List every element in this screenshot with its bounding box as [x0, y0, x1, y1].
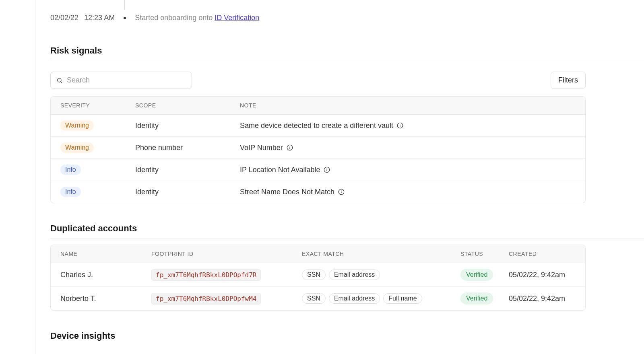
dup-match-cell: SSN Email address Full name	[302, 293, 460, 304]
filters-button[interactable]: Filters	[551, 72, 586, 89]
risk-row[interactable]: Warning Phone number VoIP Number	[51, 137, 585, 159]
risk-signals-title: Risk signals	[50, 45, 644, 56]
dup-name: Charles J.	[60, 271, 151, 279]
col-status: STATUS	[460, 251, 509, 257]
status-badge: Verified	[460, 269, 493, 281]
search-input-wrap[interactable]	[50, 72, 192, 89]
dup-created: 05/02/22, 9:42am	[509, 271, 576, 279]
col-name: NAME	[60, 251, 151, 257]
col-fp: FOOTPRINT ID	[151, 251, 302, 257]
info-icon[interactable]	[286, 144, 293, 151]
timeline-date: 02/02/22	[50, 14, 78, 22]
timeline-entry: 02/02/22 12:23 AM Started onboarding ont…	[50, 14, 644, 22]
dup-table-header: NAME FOOTPRINT ID EXACT MATCH STATUS CRE…	[51, 245, 585, 263]
risk-row[interactable]: Warning Identity Same device detected to…	[51, 115, 585, 137]
status-badge: Verified	[460, 292, 493, 305]
risk-table-header: SEVERITY SCOPE NOTE	[51, 97, 585, 115]
footprint-id[interactable]: fp_xm7T6MqhfRBkxL0DPOpfd7R	[151, 269, 261, 281]
dup-name: Norberto T.	[60, 294, 151, 303]
dup-created: 05/02/22, 9:42am	[509, 294, 576, 303]
search-icon	[56, 77, 63, 84]
severity-badge: Warning	[60, 120, 94, 131]
severity-badge: Warning	[60, 142, 94, 153]
id-verification-link[interactable]: ID Verification	[215, 14, 259, 22]
dup-accounts-table: NAME FOOTPRINT ID EXACT MATCH STATUS CRE…	[50, 245, 586, 311]
duplicated-accounts-title: Duplicated accounts	[50, 223, 644, 234]
match-pill: Email address	[329, 270, 380, 280]
severity-badge: Info	[60, 165, 81, 175]
match-pill: SSN	[302, 293, 326, 304]
dup-match-cell: SSN Email address	[302, 270, 460, 280]
svg-point-0	[58, 78, 61, 82]
timeline-text: Started onboarding onto ID Verification	[135, 14, 259, 22]
note-text: VoIP Number	[240, 144, 283, 152]
dup-row[interactable]: Norberto T. fp_xm7T6MqhfRBkxL0DPOpfwM4 S…	[51, 287, 585, 310]
timeline-time: 12:23 AM	[84, 14, 115, 22]
scope-cell: Phone number	[135, 144, 240, 152]
col-scope: SCOPE	[135, 102, 240, 109]
severity-badge: Info	[60, 187, 81, 197]
risk-row[interactable]: Info Identity Street Name Does Not Match	[51, 181, 585, 203]
svg-point-10	[327, 168, 327, 169]
info-icon[interactable]	[396, 122, 404, 129]
svg-point-7	[289, 146, 290, 146]
risk-signals-table: SEVERITY SCOPE NOTE Warning Identity Sam…	[50, 96, 586, 203]
section-divider	[50, 61, 644, 61]
match-pill: Full name	[383, 293, 422, 304]
svg-point-13	[341, 190, 341, 191]
device-insights-title: Device insights	[50, 331, 644, 341]
match-pill: SSN	[302, 270, 326, 280]
risk-row[interactable]: Info Identity IP Location Not Available	[51, 159, 585, 181]
sidebar-divider	[35, 0, 35, 354]
col-severity: SEVERITY	[60, 102, 135, 109]
search-input[interactable]	[67, 76, 186, 84]
svg-point-4	[400, 124, 400, 124]
col-created: CREATED	[509, 251, 576, 257]
dup-row[interactable]: Charles J. fp_xm7T6MqhfRBkxL0DPOpfd7R SS…	[51, 263, 585, 287]
col-match: EXACT MATCH	[302, 251, 460, 257]
note-text: IP Location Not Available	[240, 166, 320, 174]
scope-cell: Identity	[135, 121, 240, 130]
timeline-connector	[124, 0, 125, 10]
note-text: Same device detected to create a differe…	[240, 121, 393, 130]
svg-line-1	[61, 82, 62, 83]
col-note: NOTE	[240, 102, 576, 109]
match-pill: Email address	[329, 293, 380, 304]
section-divider	[50, 239, 644, 239]
info-icon[interactable]	[323, 166, 330, 173]
scope-cell: Identity	[135, 166, 240, 174]
info-icon[interactable]	[338, 188, 345, 196]
timeline-dot-icon	[124, 17, 126, 19]
scope-cell: Identity	[135, 188, 240, 196]
timeline-prefix: Started onboarding onto	[135, 14, 215, 22]
footprint-id[interactable]: fp_xm7T6MqhfRBkxL0DPOpfwM4	[151, 293, 261, 305]
note-text: Street Name Does Not Match	[240, 188, 334, 196]
